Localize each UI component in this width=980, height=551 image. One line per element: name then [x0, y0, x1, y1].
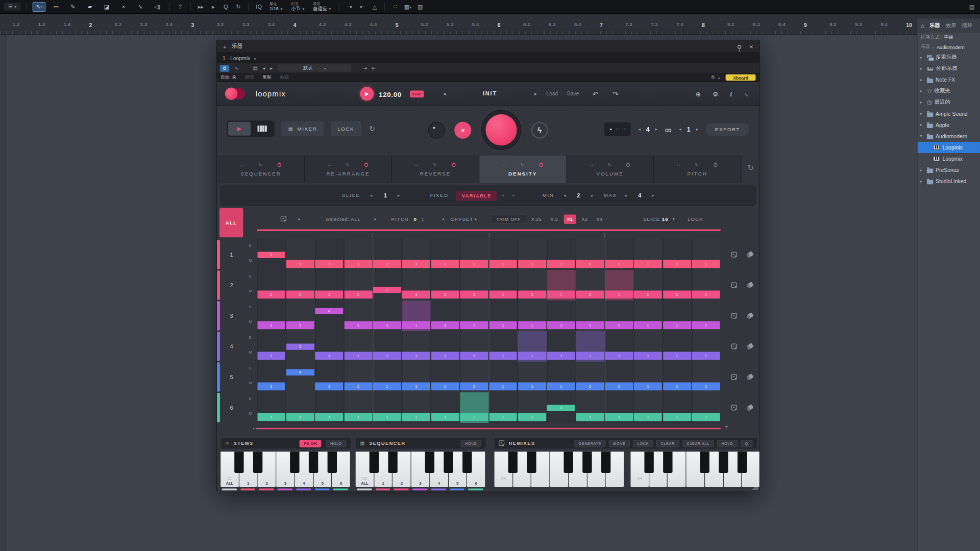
- loop-icon[interactable]: ↻: [608, 162, 611, 167]
- density-step[interactable]: 1: [634, 382, 662, 390]
- settings-gear-icon[interactable]: ⚙: [713, 90, 718, 97]
- density-step[interactable]: 1: [605, 321, 633, 329]
- pitch-stepper[interactable]: ▴▾: [422, 217, 424, 222]
- max-prev-button[interactable]: ◂: [624, 193, 627, 198]
- pitch-value[interactable]: 0: [414, 216, 417, 222]
- track-grid[interactable]: 1111211111111111: [257, 270, 721, 300]
- compare-button[interactable]: 对照: [245, 74, 254, 81]
- solo-label[interactable]: S: [249, 243, 251, 247]
- density-step[interactable]: 1: [663, 413, 691, 421]
- density-step[interactable]: 1: [431, 290, 459, 298]
- loop-view-button[interactable]: ▶: [228, 122, 251, 136]
- plugin-gear-icon[interactable]: ⚙: [711, 75, 715, 80]
- sync-toggle[interactable]: SYNC: [410, 91, 424, 97]
- range-tool-button[interactable]: ▭: [50, 2, 63, 12]
- track-number[interactable]: 4: [220, 331, 243, 362]
- density-step[interactable]: 4: [286, 369, 314, 375]
- loop-icon[interactable]: ↻: [695, 162, 699, 167]
- density-step[interactable]: 1: [518, 290, 546, 298]
- density-step[interactable]: 1: [460, 352, 488, 360]
- browser-item[interactable]: ▸PreSonus: [918, 164, 980, 176]
- black-key[interactable]: [738, 452, 747, 473]
- remix-q-button[interactable]: Q: [741, 439, 752, 447]
- eraser-icon[interactable]: [746, 282, 754, 289]
- lock-button[interactable]: LOCK: [331, 121, 361, 136]
- selected-track-label[interactable]: Selected: ALL: [312, 216, 374, 222]
- arrow-tool-button[interactable]: ↖▾: [33, 2, 46, 12]
- black-key[interactable]: [527, 452, 536, 473]
- preset-next-icon[interactable]: ▸: [270, 65, 273, 71]
- resize-window-icon[interactable]: ↔: [742, 89, 751, 98]
- power-icon[interactable]: [277, 163, 281, 167]
- tab-reverse[interactable]: ∷↻REVERSE: [392, 156, 479, 183]
- browser-item[interactable]: ▸Ample Sound: [918, 108, 980, 119]
- density-step[interactable]: 3: [547, 405, 575, 411]
- density-step[interactable]: 1: [605, 352, 633, 360]
- timebase-dropdown[interactable]: 时基 小节▾: [291, 2, 304, 11]
- sort-value[interactable]: 平铺: [944, 34, 953, 40]
- density-step[interactable]: 1: [547, 260, 575, 268]
- dice-icon[interactable]: [731, 374, 737, 380]
- expander-icon[interactable]: ▸: [920, 100, 924, 105]
- dice-icon[interactable]: [731, 313, 737, 318]
- density-step[interactable]: 1: [315, 352, 343, 360]
- xboard-button[interactable]: Xboard: [725, 74, 755, 81]
- density-step[interactable]: 1: [489, 260, 517, 268]
- density-step[interactable]: 1: [489, 321, 517, 329]
- dice-icon[interactable]: [731, 282, 737, 288]
- pencil-tool-button[interactable]: ✎: [66, 2, 80, 12]
- browser-item[interactable]: ▸Apple: [918, 119, 980, 131]
- density-step[interactable]: 1: [257, 352, 285, 360]
- selected-next-button[interactable]: ▸: [374, 217, 377, 222]
- dice-icon[interactable]: ∷: [241, 162, 243, 167]
- sort-row[interactable]: 排序方式: 平铺: [918, 33, 980, 42]
- home-icon[interactable]: ⌂: [921, 22, 924, 29]
- transport-menu-button[interactable]: ☰▾: [4, 3, 20, 11]
- bend-tool-button[interactable]: ∿: [134, 2, 147, 12]
- track-number[interactable]: 3: [220, 300, 243, 331]
- copy-button[interactable]: 复制: [262, 74, 271, 81]
- mute-label[interactable]: M: [249, 319, 252, 324]
- offset-prev-button[interactable]: ◂: [442, 217, 445, 222]
- add-track-button[interactable]: +: [724, 423, 728, 430]
- tab-density[interactable]: ∷↻DENSITY: [479, 156, 567, 183]
- black-key[interactable]: [645, 452, 654, 473]
- loop-refresh-icon[interactable]: ↻: [369, 124, 375, 133]
- redo-icon[interactable]: ↷: [612, 90, 618, 98]
- density-step[interactable]: 1: [315, 260, 343, 268]
- density-step[interactable]: 1: [663, 382, 691, 390]
- preset-next-button[interactable]: ▸: [534, 91, 537, 96]
- density-step[interactable]: 1: [460, 290, 488, 298]
- expander-icon[interactable]: ▸: [920, 66, 924, 71]
- paste-button[interactable]: 粘贴: [280, 74, 288, 81]
- eraser-icon[interactable]: [746, 373, 754, 381]
- density-step[interactable]: 1: [547, 321, 575, 329]
- quantize-dropdown[interactable]: 量化 1/16▾: [270, 2, 282, 11]
- density-step[interactable]: 1: [257, 413, 285, 421]
- infinity-icon[interactable]: ∞: [665, 124, 672, 135]
- plugin-power-button[interactable]: [220, 65, 229, 71]
- bars-next-button[interactable]: ▸: [655, 127, 657, 132]
- density-step[interactable]: 1: [518, 260, 546, 268]
- cloud-community-icon[interactable]: ⊕: [696, 90, 701, 97]
- mixer-button[interactable]: ▦MIXER: [281, 121, 324, 136]
- density-step[interactable]: 1: [576, 382, 604, 390]
- density-step[interactable]: 1: [692, 382, 720, 390]
- density-step[interactable]: 1: [460, 321, 488, 329]
- rate-x4[interactable]: X4: [593, 215, 605, 224]
- track-number[interactable]: 6: [220, 392, 243, 423]
- density-step[interactable]: 1: [489, 352, 517, 360]
- browser-item[interactable]: ▸多重乐器: [918, 52, 980, 63]
- autoscroll-end-icon[interactable]: ⇥: [345, 4, 354, 10]
- density-step[interactable]: 1: [431, 260, 459, 268]
- density-step[interactable]: 1: [344, 413, 372, 421]
- tab-volume[interactable]: ∷↻VOLUME: [567, 156, 654, 183]
- density-step[interactable]: 1: [373, 413, 401, 421]
- expander-icon[interactable]: ▸: [920, 78, 924, 83]
- density-step[interactable]: 1: [576, 260, 604, 268]
- dice-icon[interactable]: [731, 343, 737, 349]
- panel-toggle-icon[interactable]: ▤: [968, 4, 976, 10]
- loop-range-bar[interactable]: [257, 229, 721, 231]
- density-step[interactable]: 1: [402, 260, 430, 268]
- density-step[interactable]: 1: [692, 260, 720, 268]
